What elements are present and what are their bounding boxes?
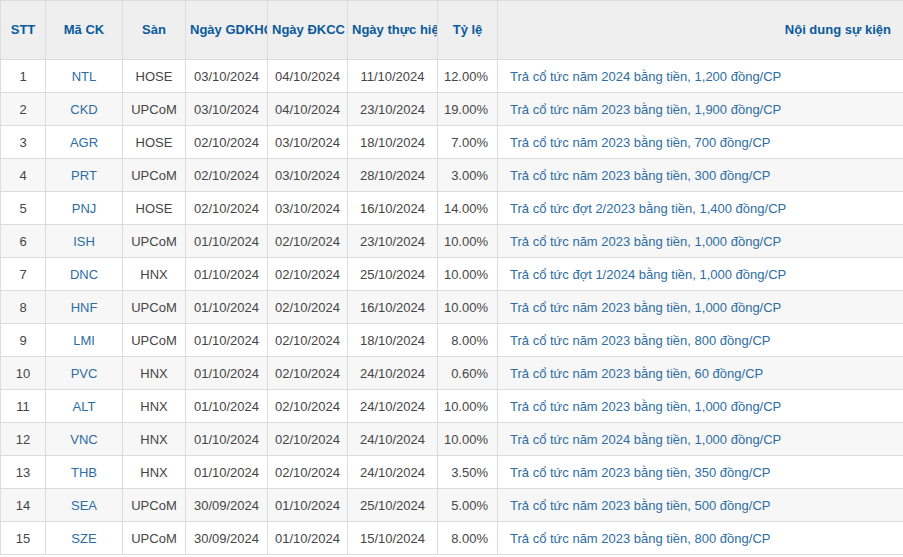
stt-cell: 14 (1, 489, 46, 522)
table-row: 9 LMI UPCoM 01/10/2024 02/10/2024 18/10/… (1, 324, 903, 357)
col-header-record-date[interactable]: Ngày ĐKCC (268, 1, 348, 60)
exchange-cell: HNX (123, 423, 186, 456)
table-row: 1 NTL HOSE 03/10/2024 04/10/2024 11/10/2… (1, 60, 903, 93)
event-content-link[interactable]: Trả cổ tức năm 2024 bằng tiền, 1,200 đồn… (510, 69, 781, 84)
stock-code-link[interactable]: ALT (73, 399, 96, 414)
stock-code-cell: LMI (46, 324, 123, 357)
record-date-cell: 04/10/2024 (268, 60, 348, 93)
table-row: 14 SEA UPCoM 30/09/2024 01/10/2024 25/10… (1, 489, 903, 522)
event-content-cell: Trả cổ tức đợt 1/2024 bằng tiền, 1,000 đ… (498, 258, 903, 291)
stock-code-cell: ALT (46, 390, 123, 423)
col-header-exdividend-date[interactable]: Ngày GDKHQ▼ (186, 1, 268, 60)
table-header: STT Mã CK Sàn Ngày GDKHQ▼ Ngày ĐKCC Ngày… (1, 1, 903, 60)
event-content-cell: Trả cổ tức năm 2024 bằng tiền, 1,000 đồn… (498, 423, 903, 456)
stt-cell: 6 (1, 225, 46, 258)
event-content-link[interactable]: Trả cổ tức năm 2023 bằng tiền, 1,900 đồn… (510, 102, 781, 117)
record-date-cell: 02/10/2024 (268, 258, 348, 291)
event-content-link[interactable]: Trả cổ tức năm 2023 bằng tiền, 300 đồng/… (510, 168, 770, 183)
execution-date-cell: 25/10/2024 (348, 258, 438, 291)
event-content-link[interactable]: Trả cổ tức đợt 2/2023 bằng tiền, 1,400 đ… (510, 201, 786, 216)
exdividend-date-cell: 01/10/2024 (186, 225, 268, 258)
event-content-cell: Trả cổ tức năm 2023 bằng tiền, 1,900 đồn… (498, 93, 903, 126)
ratio-cell: 19.00% (438, 93, 498, 126)
event-content-link[interactable]: Trả cổ tức năm 2023 bằng tiền, 500 đồng/… (510, 498, 770, 513)
stock-code-link[interactable]: AGR (70, 135, 98, 150)
execution-date-cell: 16/10/2024 (348, 291, 438, 324)
stock-code-link[interactable]: PNJ (72, 201, 97, 216)
table-row: 3 AGR HOSE 02/10/2024 03/10/2024 18/10/2… (1, 126, 903, 159)
exchange-cell: HNX (123, 258, 186, 291)
col-header-event-content[interactable]: Nội dung sự kiện (498, 1, 903, 60)
record-date-cell: 01/10/2024 (268, 489, 348, 522)
event-content-link[interactable]: Trả cổ tức năm 2023 bằng tiền, 350 đồng/… (510, 465, 770, 480)
event-content-link[interactable]: Trả cổ tức năm 2023 bằng tiền, 60 đồng/C… (510, 366, 763, 381)
stock-code-link[interactable]: CKD (70, 102, 97, 117)
event-content-cell: Trả cổ tức năm 2023 bằng tiền, 1,000 đồn… (498, 225, 903, 258)
execution-date-cell: 23/10/2024 (348, 93, 438, 126)
col-header-stock-code[interactable]: Mã CK (46, 1, 123, 60)
ratio-cell: 3.00% (438, 159, 498, 192)
ratio-cell: 8.00% (438, 324, 498, 357)
event-content-link[interactable]: Trả cổ tức năm 2023 bằng tiền, 700 đồng/… (510, 135, 770, 150)
stock-code-link[interactable]: VNC (70, 432, 97, 447)
event-content-link[interactable]: Trả cổ tức đợt 1/2024 bằng tiền, 1,000 đ… (510, 267, 786, 282)
event-content-cell: Trả cổ tức năm 2023 bằng tiền, 700 đồng/… (498, 126, 903, 159)
execution-date-cell: 24/10/2024 (348, 423, 438, 456)
stock-code-link[interactable]: DNC (70, 267, 98, 282)
stock-code-link[interactable]: PRT (71, 168, 97, 183)
col-header-execution-date[interactable]: Ngày thực hiện (348, 1, 438, 60)
execution-date-cell: 24/10/2024 (348, 357, 438, 390)
stock-code-link[interactable]: ISH (73, 234, 95, 249)
col-header-stt[interactable]: STT (1, 1, 46, 60)
record-date-cell: 02/10/2024 (268, 456, 348, 489)
table-row: 10 PVC HNX 01/10/2024 02/10/2024 24/10/2… (1, 357, 903, 390)
stt-cell: 3 (1, 126, 46, 159)
exdividend-date-cell: 02/10/2024 (186, 192, 268, 225)
exchange-cell: HOSE (123, 192, 186, 225)
stock-code-link[interactable]: THB (71, 465, 97, 480)
event-content-cell: Trả cổ tức năm 2023 bằng tiền, 300 đồng/… (498, 159, 903, 192)
stock-code-link[interactable]: SZE (71, 531, 96, 546)
stock-code-link[interactable]: PVC (71, 366, 98, 381)
col-header-exchange[interactable]: Sàn (123, 1, 186, 60)
exdividend-date-cell: 01/10/2024 (186, 423, 268, 456)
exdividend-date-cell: 01/10/2024 (186, 357, 268, 390)
execution-date-cell: 24/10/2024 (348, 390, 438, 423)
stock-code-link[interactable]: LMI (73, 333, 95, 348)
stock-code-link[interactable]: HNF (71, 300, 98, 315)
table-row: 6 ISH UPCoM 01/10/2024 02/10/2024 23/10/… (1, 225, 903, 258)
event-content-link[interactable]: Trả cổ tức năm 2023 bằng tiền, 1,000 đồn… (510, 300, 781, 315)
exchange-cell: HNX (123, 357, 186, 390)
event-content-link[interactable]: Trả cổ tức năm 2023 bằng tiền, 1,000 đồn… (510, 399, 781, 414)
record-date-cell: 02/10/2024 (268, 390, 348, 423)
record-date-cell: 02/10/2024 (268, 423, 348, 456)
execution-date-cell: 18/10/2024 (348, 126, 438, 159)
event-content-link[interactable]: Trả cổ tức năm 2023 bằng tiền, 1,000 đồn… (510, 234, 781, 249)
execution-date-cell: 23/10/2024 (348, 225, 438, 258)
stock-code-link[interactable]: NTL (72, 69, 97, 84)
ratio-cell: 8.00% (438, 522, 498, 555)
execution-date-cell: 24/10/2024 (348, 456, 438, 489)
stock-code-cell: PVC (46, 357, 123, 390)
stt-cell: 5 (1, 192, 46, 225)
stock-code-cell: PRT (46, 159, 123, 192)
record-date-cell: 04/10/2024 (268, 93, 348, 126)
record-date-cell: 03/10/2024 (268, 126, 348, 159)
ratio-cell: 14.00% (438, 192, 498, 225)
stock-code-cell: VNC (46, 423, 123, 456)
stt-cell: 11 (1, 390, 46, 423)
col-header-ratio[interactable]: Tỷ lệ (438, 1, 498, 60)
record-date-cell: 02/10/2024 (268, 357, 348, 390)
event-content-link[interactable]: Trả cổ tức năm 2023 bằng tiền, 800 đồng/… (510, 531, 770, 546)
stock-code-cell: SEA (46, 489, 123, 522)
stt-cell: 4 (1, 159, 46, 192)
event-content-link[interactable]: Trả cổ tức năm 2024 bằng tiền, 1,000 đồn… (510, 432, 781, 447)
event-content-link[interactable]: Trả cổ tức năm 2023 bằng tiền, 800 đồng/… (510, 333, 770, 348)
exchange-cell: UPCoM (123, 324, 186, 357)
ratio-cell: 0.60% (438, 357, 498, 390)
execution-date-cell: 16/10/2024 (348, 192, 438, 225)
stock-code-link[interactable]: SEA (71, 498, 97, 513)
exdividend-date-cell: 01/10/2024 (186, 390, 268, 423)
stock-code-cell: NTL (46, 60, 123, 93)
exdividend-date-cell: 30/09/2024 (186, 489, 268, 522)
